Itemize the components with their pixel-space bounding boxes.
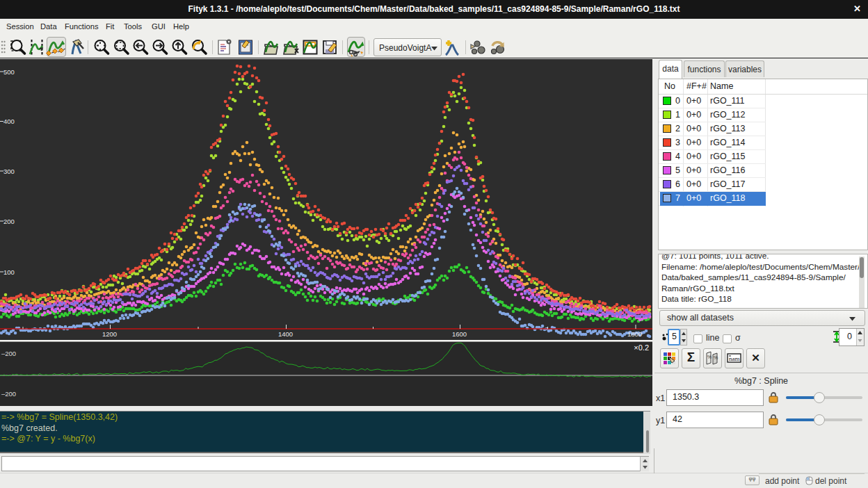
svg-text:%: % bbox=[707, 355, 712, 359]
svg-text:%: % bbox=[714, 355, 718, 360]
